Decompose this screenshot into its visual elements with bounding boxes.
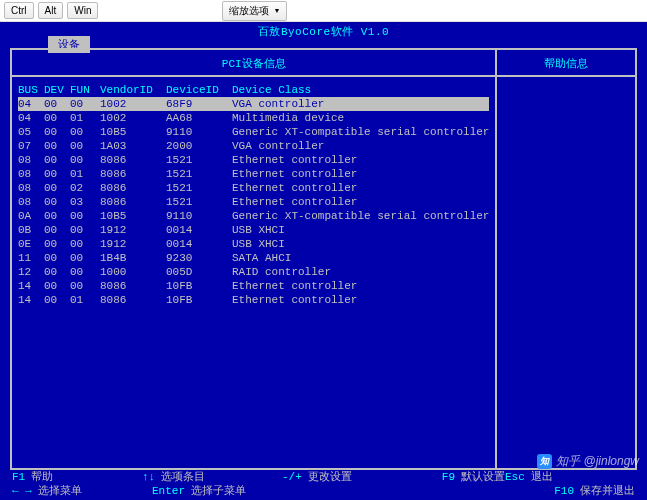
table-row[interactable]: 08000380861521Ethernet controller [18, 195, 489, 209]
cell-dev: 00 [44, 209, 70, 223]
table-row[interactable]: 1100001B4B9230SATA AHCI [18, 251, 489, 265]
cell-dev: 00 [44, 195, 70, 209]
cell-fun: 01 [70, 293, 100, 307]
hint-enter: 选择子菜单 [191, 484, 246, 498]
table-row[interactable]: 140001808610FBEthernet controller [18, 293, 489, 307]
hint-f10: 保存并退出 [580, 484, 635, 498]
col-fun: FUN [70, 83, 100, 97]
cell-did: 1521 [166, 181, 232, 195]
cell-dev: 00 [44, 279, 70, 293]
win-button[interactable]: Win [67, 2, 98, 19]
table-row[interactable]: 0E000019120014USB XHCI [18, 237, 489, 251]
hint-enter-key: Enter [152, 484, 185, 498]
table-row[interactable]: 140000808610FBEthernet controller [18, 279, 489, 293]
cell-cls: VGA controller [232, 97, 489, 111]
zhihu-icon: 知 [537, 454, 552, 469]
hint-f1-key: F1 [12, 470, 25, 484]
main-panel: PCI设备信息 BUSDEVFUNVendorIDDeviceIDDevice … [12, 50, 497, 468]
hint-f9: 默认设置 [461, 470, 505, 484]
table-row[interactable]: 0700001A032000VGA controller [18, 139, 489, 153]
ctrl-button[interactable]: Ctrl [4, 2, 34, 19]
cell-cls: Generic XT-compatible serial controller [232, 125, 489, 139]
cell-bus: 04 [18, 111, 44, 125]
cell-cls: Ethernet controller [232, 181, 489, 195]
hint-esc: 退出 [531, 470, 553, 484]
cell-cls: Ethernet controller [232, 167, 489, 181]
table-row[interactable]: 05000010B59110Generic XT-compatible seri… [18, 125, 489, 139]
cell-fun: 00 [70, 209, 100, 223]
watermark-text: 知乎 @jinlongw [556, 453, 639, 470]
cell-fun: 00 [70, 153, 100, 167]
cell-did: 0014 [166, 237, 232, 251]
alt-button[interactable]: Alt [38, 2, 64, 19]
help-panel: 帮助信息 [497, 50, 635, 468]
cell-dev: 00 [44, 139, 70, 153]
cell-dev: 00 [44, 125, 70, 139]
cell-did: 2000 [166, 139, 232, 153]
cell-fun: 00 [70, 97, 100, 111]
watermark: 知 知乎 @jinlongw [537, 453, 639, 470]
table-row[interactable]: 0A000010B59110Generic XT-compatible seri… [18, 209, 489, 223]
hint-f1: 帮助 [31, 470, 53, 484]
cell-vid: 8086 [100, 279, 166, 293]
hint-pm: 更改设置 [308, 470, 352, 484]
help-content [497, 77, 635, 83]
table-row[interactable]: 0B000019120014USB XHCI [18, 223, 489, 237]
table-row[interactable]: 08000280861521Ethernet controller [18, 181, 489, 195]
cell-fun: 02 [70, 181, 100, 195]
footer-hints: F1帮助 ↑↓选项条目 -/+更改设置 F9默认设置 Esc退出 ← →选择菜单… [12, 470, 635, 498]
cell-bus: 08 [18, 167, 44, 181]
cell-vid: 8086 [100, 195, 166, 209]
cell-did: 1521 [166, 153, 232, 167]
cell-bus: 08 [18, 195, 44, 209]
table-header: BUSDEVFUNVendorIDDeviceIDDevice Class [18, 83, 489, 97]
cell-did: 9230 [166, 251, 232, 265]
cell-vid: 8086 [100, 167, 166, 181]
cell-vid: 1002 [100, 111, 166, 125]
cell-cls: Ethernet controller [232, 293, 489, 307]
help-header: 帮助信息 [497, 50, 635, 77]
cell-bus: 05 [18, 125, 44, 139]
cell-vid: 1A03 [100, 139, 166, 153]
cell-dev: 00 [44, 251, 70, 265]
cell-did: 0014 [166, 223, 232, 237]
cell-bus: 14 [18, 293, 44, 307]
cell-did: 1521 [166, 195, 232, 209]
pci-table[interactable]: BUSDEVFUNVendorIDDeviceIDDevice Class040… [12, 77, 495, 307]
table-row[interactable]: 0400011002AA68Multimedia device [18, 111, 489, 125]
cell-dev: 00 [44, 181, 70, 195]
col-bus: BUS [18, 83, 44, 97]
cell-cls: USB XHCI [232, 223, 489, 237]
col-did: DeviceID [166, 83, 232, 97]
cell-vid: 1912 [100, 223, 166, 237]
cell-cls: Ethernet controller [232, 153, 489, 167]
cell-did: 10FB [166, 279, 232, 293]
cell-cls: Ethernet controller [232, 195, 489, 209]
table-row[interactable]: 040000100268F9VGA controller [18, 97, 489, 111]
cell-did: 10FB [166, 293, 232, 307]
cell-bus: 08 [18, 153, 44, 167]
cell-bus: 07 [18, 139, 44, 153]
cell-dev: 00 [44, 237, 70, 251]
chevron-down-icon: ▼ [273, 7, 280, 14]
cell-vid: 8086 [100, 293, 166, 307]
cell-cls: Multimedia device [232, 111, 489, 125]
cell-dev: 00 [44, 111, 70, 125]
outer-frame: PCI设备信息 BUSDEVFUNVendorIDDeviceIDDevice … [10, 48, 637, 470]
pci-info-header: PCI设备信息 [12, 50, 495, 77]
table-row[interactable]: 1200001000005DRAID controller [18, 265, 489, 279]
cell-fun: 00 [70, 139, 100, 153]
cell-bus: 14 [18, 279, 44, 293]
table-row[interactable]: 08000180861521Ethernet controller [18, 167, 489, 181]
cell-vid: 10B5 [100, 209, 166, 223]
cell-vid: 1912 [100, 237, 166, 251]
col-vid: VendorID [100, 83, 166, 97]
table-row[interactable]: 08000080861521Ethernet controller [18, 153, 489, 167]
cell-did: AA68 [166, 111, 232, 125]
cell-bus: 11 [18, 251, 44, 265]
cell-bus: 0E [18, 237, 44, 251]
cell-vid: 10B5 [100, 125, 166, 139]
cell-bus: 08 [18, 181, 44, 195]
zoom-select[interactable]: 缩放选项 ▼ [222, 1, 287, 21]
cell-cls: Ethernet controller [232, 279, 489, 293]
